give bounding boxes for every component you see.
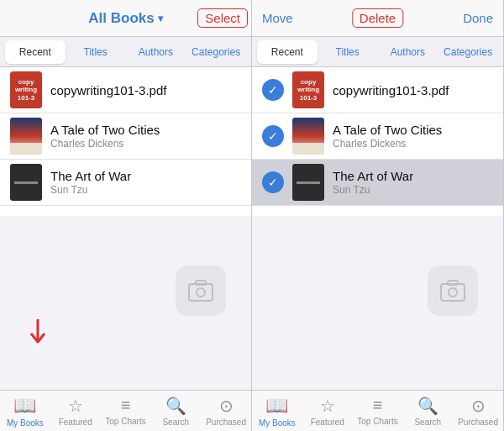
book-cover-pdf-left: copywriting101-3 <box>10 71 42 108</box>
nav-purchased-right[interactable]: ⊙ Purchased <box>453 391 503 431</box>
right-empty-area <box>252 216 503 390</box>
svg-rect-2 <box>196 281 206 285</box>
check-two-cities-right: ✓ <box>262 125 284 147</box>
search-label-left: Search <box>162 418 189 427</box>
book-info-two-cities-right: A Tale of Two Cities Charles Dickens <box>333 123 493 150</box>
pdf-icon-right: copywriting101-3 <box>292 71 324 108</box>
svg-point-5 <box>449 288 457 297</box>
book-cover-two-cities-left <box>10 118 42 155</box>
book-info-art-war-left: The Art of War Sun Tzu <box>50 169 241 196</box>
right-header: Move Delete Done <box>252 0 503 37</box>
book-item-art-war-left[interactable]: The Art of War Sun Tzu <box>0 160 251 206</box>
featured-label-left: Featured <box>59 418 92 427</box>
featured-icon-left: ☆ <box>68 396 83 416</box>
tab-recent-left[interactable]: Recent <box>5 40 66 64</box>
done-button[interactable]: Done <box>456 8 500 29</box>
book-author-two-cities-right: Charles Dickens <box>333 138 493 150</box>
pdf-icon-left: copywriting101-3 <box>10 71 42 108</box>
cover-line-right <box>297 181 320 184</box>
book-author-two-cities-left: Charles Dickens <box>50 138 241 150</box>
cover-line-left <box>14 181 38 184</box>
book-item-two-cities-right[interactable]: ✓ A Tale of Two Cities Charles Dickens <box>252 113 503 160</box>
book-title-art-war-left: The Art of War <box>50 169 241 183</box>
arrow-indicator <box>29 315 63 349</box>
right-book-list: ✓ copywriting101-3 copywriting101-3.pdf … <box>252 67 503 216</box>
check-art-war-right: ✓ <box>262 171 284 193</box>
top-charts-icon-left: ≡ <box>121 396 131 415</box>
left-header: All Books ▾ Select <box>0 0 251 37</box>
right-tabs: Recent Titles Authors Categories <box>252 37 503 67</box>
nav-my-books-right[interactable]: 📖 My Books <box>252 391 302 431</box>
my-books-label-left: My Books <box>7 418 44 428</box>
all-books-label: All Books <box>88 10 154 27</box>
book-info-pdf-right: copywriting101-3.pdf <box>333 83 493 97</box>
tab-authors-left[interactable]: Authors <box>126 40 186 64</box>
delete-area: Delete <box>352 8 403 28</box>
nav-purchased-left[interactable]: ⊙ Purchased <box>201 391 251 431</box>
nav-top-charts-left[interactable]: ≡ Top Charts <box>101 391 151 431</box>
nav-featured-right[interactable]: ☆ Featured <box>302 391 353 431</box>
book-item-art-war-right[interactable]: ✓ The Art of War Sun Tzu <box>252 160 503 206</box>
check-pdf-right: ✓ <box>262 79 284 101</box>
book-cover-two-cities-right <box>292 118 324 155</box>
my-books-icon-left: 📖 <box>13 395 36 417</box>
left-header-title[interactable]: All Books ▾ <box>88 10 162 27</box>
book-author-art-war-right: Sun Tzu <box>333 184 493 196</box>
nav-my-books-left[interactable]: 📖 My Books <box>0 391 50 431</box>
book-title-two-cities-right: A Tale of Two Cities <box>333 123 493 137</box>
move-button[interactable]: Move <box>255 8 300 29</box>
right-bottom-nav: 📖 My Books ☆ Featured ≡ Top Charts 🔍 Sea… <box>252 390 503 431</box>
camera-icon-right <box>428 265 478 316</box>
nav-featured-left[interactable]: ☆ Featured <box>50 391 101 431</box>
book-title-two-cities-left: A Tale of Two Cities <box>50 123 241 137</box>
nav-search-left[interactable]: 🔍 Search <box>150 391 201 431</box>
purchased-label-left: Purchased <box>206 418 246 427</box>
tab-authors-right[interactable]: Authors <box>378 40 438 64</box>
svg-rect-0 <box>189 284 213 301</box>
purchased-icon-right: ⊙ <box>471 396 486 416</box>
book-title-art-war-right: The Art of War <box>333 169 493 183</box>
nav-top-charts-right[interactable]: ≡ Top Charts <box>353 391 403 431</box>
search-icon-left: 🔍 <box>165 396 186 416</box>
my-books-label-right: My Books <box>259 418 296 428</box>
tab-categories-right[interactable]: Categories <box>438 40 498 64</box>
book-item-two-cities-left[interactable]: A Tale of Two Cities Charles Dickens <box>0 113 251 160</box>
book-author-art-war-left: Sun Tzu <box>50 184 241 196</box>
svg-rect-6 <box>448 281 458 285</box>
book-title-pdf-left: copywriting101-3.pdf <box>50 83 241 97</box>
cover-img-two-cities-right <box>292 118 324 155</box>
book-item-pdf-right[interactable]: ✓ copywriting101-3 copywriting101-3.pdf <box>252 67 503 113</box>
tab-titles-left[interactable]: Titles <box>66 40 126 64</box>
svg-point-1 <box>197 288 205 297</box>
cover-img-art-war-left <box>10 164 42 201</box>
left-empty-area <box>0 216 251 390</box>
book-title-pdf-right: copywriting101-3.pdf <box>333 83 493 97</box>
left-tabs: Recent Titles Authors Categories <box>0 37 251 67</box>
featured-icon-right: ☆ <box>320 396 335 416</box>
tab-recent-right[interactable]: Recent <box>257 40 318 64</box>
select-button[interactable]: Select <box>197 8 248 28</box>
my-books-icon-right: 📖 <box>265 395 288 417</box>
left-book-list: copywriting101-3 copywriting101-3.pdf A … <box>0 67 251 216</box>
left-bottom-nav: 📖 My Books ☆ Featured ≡ Top Charts 🔍 Sea… <box>0 390 251 431</box>
book-cover-art-war-left <box>10 164 42 201</box>
svg-rect-4 <box>441 284 465 301</box>
left-panel: All Books ▾ Select Recent Titles Authors… <box>0 0 252 431</box>
top-charts-icon-right: ≡ <box>373 396 383 415</box>
book-item-pdf-left[interactable]: copywriting101-3 copywriting101-3.pdf <box>0 67 251 113</box>
camera-icon-left <box>176 265 226 316</box>
tab-categories-left[interactable]: Categories <box>186 40 246 64</box>
nav-search-right[interactable]: 🔍 Search <box>402 391 453 431</box>
book-cover-art-war-right <box>292 164 324 201</box>
top-charts-label-left: Top Charts <box>105 417 145 426</box>
purchased-label-right: Purchased <box>458 418 498 427</box>
purchased-icon-left: ⊙ <box>219 396 234 416</box>
book-info-pdf-left: copywriting101-3.pdf <box>50 83 241 97</box>
title-chevron: ▾ <box>158 13 163 24</box>
search-icon-right: 🔍 <box>417 396 438 416</box>
delete-button[interactable]: Delete <box>352 8 403 28</box>
tab-titles-right[interactable]: Titles <box>318 40 378 64</box>
featured-label-right: Featured <box>311 418 344 427</box>
book-info-two-cities-left: A Tale of Two Cities Charles Dickens <box>50 123 241 150</box>
cover-img-art-war-right <box>292 164 324 201</box>
